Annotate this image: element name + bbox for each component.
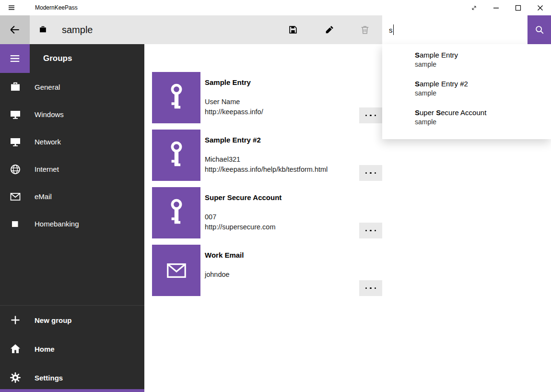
sidebar-bottom-accent [0,389,144,392]
sidebar-item-label: Homebanking [35,220,79,228]
sidebar-item-label: Internet [35,165,59,173]
titlebar-left: ModernKeePass [0,0,78,15]
search-button[interactable] [528,15,551,44]
suggestion-title: Super Secure Account [415,106,551,117]
entry-username: User Name [205,98,240,106]
square-icon [10,218,21,230]
entry-tile [152,187,200,238]
key-icon [166,198,187,228]
app-title: ModernKeePass [35,4,78,11]
suggestion-subtitle: sample [415,60,551,68]
entry-url: http://keepass.info/help/kb/testform.htm… [205,166,328,173]
search-suggestions-panel: Sample Entry sample Sample Entry #2 samp… [382,44,551,139]
search-input[interactable]: s [382,15,528,44]
monitor-icon [10,109,21,120]
entry-title: Work Email [205,251,244,259]
sidebar-item-label: New group [35,316,72,324]
fullscreen-icon [470,4,478,12]
close-icon [537,5,543,11]
edit-button[interactable] [318,15,341,44]
save-icon [288,24,298,35]
entry-title: Sample Entry [205,78,251,86]
entry-tile [152,72,200,123]
suggestion-title: Sample Entry [415,48,551,59]
sidebar-item-new-group[interactable]: New group [0,306,144,334]
sidebar-item-home[interactable]: Home [0,334,144,363]
search-suggestion-item[interactable]: Sample Entry #2 sample [382,77,551,106]
sidebar-footer: New group Home [0,305,144,392]
sidebar: Groups General Windows Network [0,44,144,392]
minimize-button[interactable] [485,0,507,15]
close-button[interactable] [529,0,551,15]
suggestion-subtitle: sample [415,118,551,126]
more-button[interactable] [359,107,382,123]
entry-tile [152,130,200,181]
entry-username: johndoe [205,271,230,278]
envelope-icon [164,260,189,282]
minimize-icon [493,5,499,11]
sidebar-item-homebanking[interactable]: Homebanking [0,210,144,238]
search-box: s [382,15,551,44]
delete-button[interactable] [353,15,376,44]
database-briefcase-icon [39,26,47,34]
globe-icon [10,164,21,175]
sidebar-item-label: Windows [35,110,64,119]
text-caret [393,24,394,35]
entry-title: Sample Entry #2 [205,136,261,144]
suggestion-subtitle: sample [415,89,551,97]
entry-url: http://supersecure.com [205,223,276,231]
sidebar-hamburger-button[interactable] [0,44,30,73]
monitor-icon [10,136,21,148]
gear-icon [10,372,21,383]
save-button[interactable] [281,15,305,44]
pencil-icon [324,24,335,35]
sidebar-item-general[interactable]: General [0,73,144,101]
fullscreen-button[interactable] [463,0,485,15]
envelope-icon [10,191,21,202]
search-query-text: s [389,26,393,34]
app-window: ModernKeePass [0,0,551,392]
suggestion-title: Sample Entry #2 [415,77,551,88]
sidebar-item-windows[interactable]: Windows [0,101,144,128]
window-controls [463,0,551,15]
entry-username: Michael321 [205,155,240,163]
sidebar-item-label: Network [35,138,61,146]
titlebar: ModernKeePass [0,0,551,15]
briefcase-icon [10,82,21,93]
more-button[interactable] [359,165,382,181]
command-bar: sample s [0,15,551,44]
plus-icon [10,314,21,326]
titlebar-hamburger-icon[interactable] [6,2,17,13]
sidebar-item-label: Settings [35,374,63,382]
entry-tile [152,245,200,296]
groups-heading: Groups [43,54,72,63]
sidebar-item-settings[interactable]: Settings [0,363,144,392]
more-button[interactable] [359,223,382,238]
more-button[interactable] [359,280,382,296]
key-icon [166,141,187,170]
entry-row[interactable]: Super Secure Account 007 http://supersec… [152,187,531,238]
back-arrow-icon [9,24,21,36]
trash-icon [360,24,370,35]
sidebar-item-label: Home [35,345,55,353]
search-suggestion-item[interactable]: Sample Entry sample [382,48,551,77]
sidebar-item-network[interactable]: Network [0,128,144,155]
sidebar-item-internet[interactable]: Internet [0,155,144,183]
key-icon [166,83,187,113]
magnifier-icon [534,24,545,35]
home-icon [10,343,21,355]
maximize-icon [515,5,521,11]
sidebar-item-label: General [35,83,60,91]
sidebar-item-label: eMail [35,192,52,201]
hamburger-icon [9,52,21,65]
search-suggestion-item[interactable]: Super Secure Account sample [382,106,551,134]
entry-username: 007 [205,213,216,221]
maximize-button[interactable] [507,0,529,15]
database-title: sample [62,24,93,36]
back-button[interactable] [0,15,30,44]
group-list: General Windows Network Internet [0,73,144,238]
sidebar-item-email[interactable]: eMail [0,183,144,210]
entry-url: http://keepass.info/ [205,108,263,116]
entry-row[interactable]: Work Email johndoe [152,245,531,296]
entry-title: Super Secure Account [205,193,281,202]
